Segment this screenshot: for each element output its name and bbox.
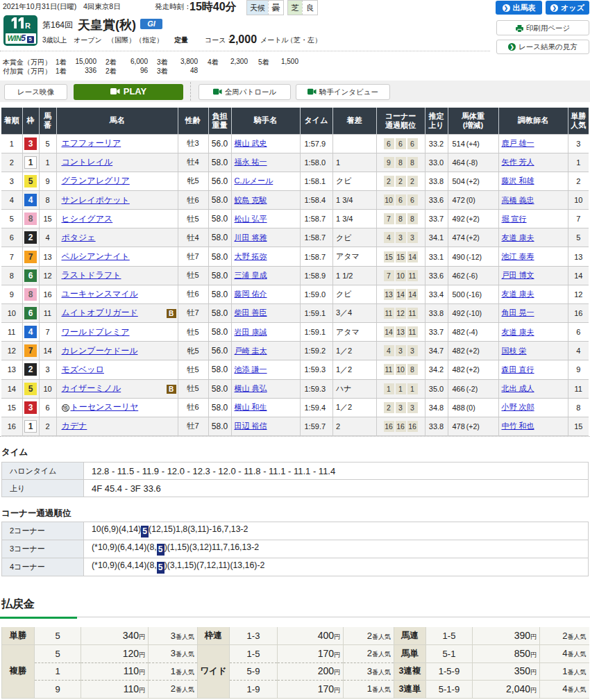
svg-text:R: R — [25, 22, 31, 28]
